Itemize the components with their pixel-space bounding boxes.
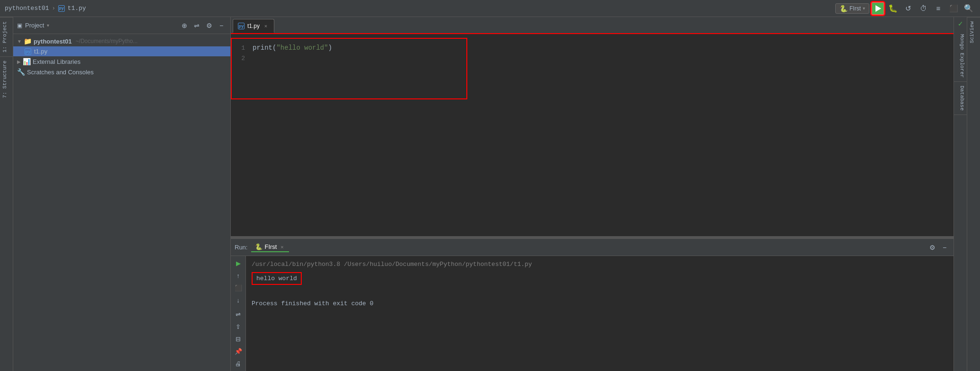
run-config-arrow: ▾	[863, 6, 865, 11]
more-icon: ⬛	[949, 4, 958, 13]
run-left-controls: ▶ ↑ ⬛ ↓ ⇌ ⇧	[231, 256, 246, 371]
main-area: 1: Project 7: Structure ▣ Project ▾ ⊕ ⇌ …	[0, 17, 980, 371]
right-sidebar: ✓ Mongo Explorer Database	[954, 17, 967, 371]
run-label: Run:	[235, 244, 247, 251]
pin-button[interactable]: 📌	[233, 345, 244, 357]
run-coverage-icon: ≡	[936, 4, 941, 12]
down-arrow-icon: ↓	[236, 297, 240, 304]
exit-message: Process finished with exit code 0	[252, 299, 948, 309]
cmd-line: /usr/local/bin/python3.8 /Users/huiluo/D…	[252, 260, 948, 269]
sidebar-item-structure[interactable]: 7: Structure	[0, 56, 13, 102]
hello-world-output: hello world	[252, 272, 302, 285]
line-content-2	[251, 54, 256, 62]
run-config-button[interactable]: 🐍 FIrst ▾	[835, 3, 869, 14]
run-panel-header: Run: 🐍 FIrst × ⚙ −	[231, 239, 954, 256]
debug-button[interactable]: 🐛	[886, 2, 900, 15]
settings-button[interactable]: ⚙	[204, 20, 214, 31]
project-tree: ▼ 📁 pythontest01 ~/Documents/myPytho... …	[13, 34, 230, 371]
close-project-button[interactable]: −	[216, 20, 227, 31]
filter-icon: ⇧	[236, 323, 241, 330]
tree-scratches-label: Scratches and Consoles	[27, 69, 94, 76]
breadcrumb-project[interactable]: pythontest01	[5, 5, 49, 12]
breadcrumb-separator: ›	[52, 5, 55, 12]
tree-external-libraries-label: External Libraries	[33, 58, 80, 65]
project-panel: ▣ Project ▾ ⊕ ⇌ ⚙ − ▼ 📁 pythontest01 ~/D…	[13, 17, 231, 371]
sidebar-item-mongo[interactable]: Mongo Explorer	[954, 30, 967, 82]
code-line-1: 1 print("hello world")	[232, 43, 466, 53]
run-tab-first[interactable]: 🐍 FIrst ×	[251, 242, 289, 252]
layout-icon: ⊟	[236, 336, 241, 343]
project-panel-header: ▣ Project ▾ ⊕ ⇌ ⚙ −	[13, 17, 230, 34]
chevron-down-icon: ▼	[17, 39, 22, 44]
libraries-icon: 📊	[23, 58, 31, 65]
tab-t1py[interactable]: py t1.py ×	[233, 19, 274, 33]
editor-tabs: py t1.py ×	[231, 17, 954, 34]
run-button[interactable]	[871, 2, 884, 15]
editor-section: py t1.py × 1 print("hello world") 2	[231, 17, 954, 236]
toolbar-right: 🐍 FIrst ▾ 🐛 ↺ ⏱ ≡ ⬛ 🔍	[835, 2, 975, 15]
profile-button[interactable]: ⏱	[917, 2, 930, 15]
project-dropdown-arrow[interactable]: ▾	[47, 23, 49, 28]
locate-file-button[interactable]: ⊕	[179, 20, 190, 31]
run-with-coverage-button[interactable]: ≡	[932, 2, 945, 15]
sidebar-item-project[interactable]: 1: Project	[0, 17, 13, 56]
tree-file-t1py[interactable]: py t1.py	[13, 46, 230, 56]
play-icon: ▶	[236, 260, 241, 267]
checkmark-icon: ✓	[956, 17, 965, 30]
code-editor[interactable]: 1 print("hello world") 2	[232, 39, 466, 98]
run-panel: Run: 🐍 FIrst × ⚙ − ▶	[231, 238, 954, 371]
tree-file-name: t1.py	[34, 48, 47, 55]
run-triangle-icon	[875, 5, 881, 12]
line-number-1: 1	[232, 44, 251, 52]
sidebar-item-database[interactable]: Database	[954, 82, 967, 115]
code-line-blank	[232, 63, 466, 74]
run-tab-python-icon: 🐍	[255, 243, 262, 250]
coverage-button[interactable]: ↺	[901, 2, 915, 15]
scroll-from-source-button[interactable]: ⇌	[192, 20, 202, 31]
layout-button[interactable]: ⊟	[233, 333, 244, 344]
spacer	[252, 288, 948, 295]
tab-file-icon: py	[238, 23, 245, 29]
scroll-down-button[interactable]: ↓	[233, 295, 244, 306]
run-tab-close[interactable]: ×	[279, 244, 285, 250]
scroll-up-button[interactable]: ↑	[233, 270, 244, 282]
code-line-2: 2	[232, 53, 466, 63]
up-arrow-icon: ↑	[236, 272, 240, 279]
search-button[interactable]: 🔍	[962, 2, 975, 15]
code-line-blank3	[232, 84, 466, 95]
run-config-label: FIrst	[849, 5, 861, 12]
root-folder-path: ~/Documents/myPytho...	[76, 38, 138, 44]
code-editor-red-border: 1 print("hello world") 2	[231, 38, 467, 99]
run-minimize-button[interactable]: −	[939, 242, 950, 253]
wrap-button[interactable]: ⇌	[233, 309, 244, 320]
print-icon: 🖨	[235, 360, 241, 367]
run-settings-button[interactable]: ⚙	[927, 242, 937, 253]
coverage-icon: ↺	[905, 4, 911, 13]
code-line-blank2	[232, 74, 466, 84]
scratches-icon: 🔧	[17, 68, 25, 76]
hello-world-wrapper: hello world	[252, 271, 948, 286]
breadcrumb-file[interactable]: t1.py	[68, 5, 86, 12]
stop-button[interactable]: ⬛	[233, 283, 244, 294]
filter-button[interactable]: ⇧	[233, 321, 244, 332]
tree-external-libraries[interactable]: ▶ 📊 External Libraries	[13, 56, 230, 67]
more-button[interactable]: ⬛	[947, 2, 960, 15]
run-panel-body: ▶ ↑ ⬛ ↓ ⇌ ⇧	[231, 256, 954, 371]
pin-icon: 📌	[235, 348, 242, 355]
stop-icon: ⬛	[235, 284, 242, 292]
tree-scratches[interactable]: 🔧 Scratches and Consoles	[13, 67, 230, 77]
far-right-tabs: SciView	[967, 17, 980, 371]
profile-icon: ⏱	[920, 4, 927, 12]
run-rerun-button[interactable]: ▶	[233, 258, 244, 269]
print-button[interactable]: 🖨	[233, 358, 244, 369]
root-folder-icon: 📁	[24, 37, 32, 45]
tree-root-folder[interactable]: ▼ 📁 pythontest01 ~/Documents/myPytho...	[13, 36, 230, 46]
project-title: ▣ Project ▾	[17, 22, 49, 29]
tab-close-button[interactable]: ×	[262, 23, 269, 29]
code-editor-wrapper: 1 print("hello world") 2	[231, 34, 954, 103]
folder-icon: ▣	[17, 22, 22, 29]
search-icon: 🔍	[964, 4, 973, 13]
project-actions: ⊕ ⇌ ⚙ −	[179, 20, 227, 31]
sidebar-item-sciview[interactable]: SciView	[967, 17, 980, 47]
tab-label: t1.py	[247, 23, 260, 29]
